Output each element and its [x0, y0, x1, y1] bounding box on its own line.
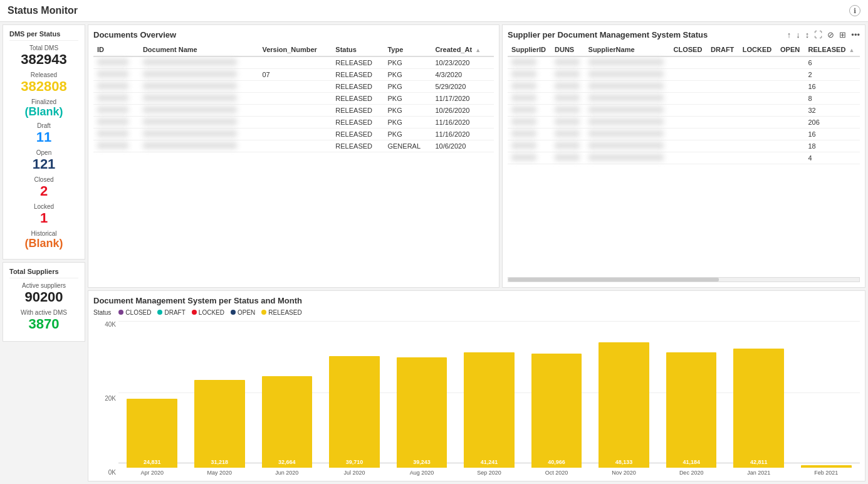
x-axis-label: Feb 2021: [814, 470, 838, 476]
cell-draft: [707, 69, 739, 81]
cell-suppliername: [585, 93, 670, 105]
bar: 32,664: [262, 376, 313, 468]
cell-status: RELEASED: [332, 129, 384, 140]
col-created[interactable]: Created_At ▲: [431, 43, 494, 56]
stat-item: Historical (Blank): [9, 230, 78, 250]
top-row: Documents Overview ID Document Name Vers…: [88, 24, 865, 288]
expand-icon[interactable]: ⛶: [814, 30, 822, 39]
cell-released: 18: [804, 140, 860, 152]
cell-version: [258, 56, 332, 69]
horizontal-scrollbar[interactable]: [508, 277, 860, 282]
legend-items: CLOSEDDRAFTLOCKEDOPENRELEASED: [118, 309, 308, 316]
col-draft[interactable]: DRAFT: [707, 43, 739, 56]
col-duns[interactable]: DUNS: [551, 43, 585, 56]
bar-group[interactable]: 41,184Dec 2020: [657, 352, 725, 476]
cell-status: RELEASED: [332, 105, 384, 117]
legend-dot: [118, 310, 123, 315]
docs-table-header-row: ID Document Name Version_Number Status T…: [93, 43, 494, 56]
bar: 41,184: [666, 352, 717, 468]
bar: 24,831: [127, 399, 177, 468]
legend-dot: [157, 310, 162, 315]
sort-asc-icon[interactable]: ↑: [787, 30, 792, 39]
bar-value-label: 31,218: [211, 459, 229, 465]
col-released[interactable]: RELEASED ▲: [804, 43, 860, 56]
col-status[interactable]: Status: [332, 43, 384, 56]
grid-icon[interactable]: ⊞: [839, 30, 846, 39]
bar-group[interactable]: 31,218May 2020: [186, 380, 254, 476]
active-suppliers-item: Active suppliers 90200: [9, 282, 78, 305]
table-row: 8: [508, 93, 860, 105]
cell-draft: [707, 93, 739, 105]
x-axis-label: Oct 2020: [545, 470, 568, 476]
stat-item: Open 121: [9, 149, 78, 172]
filter-icon[interactable]: ⊘: [827, 30, 834, 39]
cell-draft: [707, 81, 739, 93]
legend-label: DRAFT: [164, 309, 185, 316]
cell-draft: [707, 152, 739, 164]
more-icon[interactable]: •••: [851, 30, 860, 39]
chart-legend: Status CLOSEDDRAFTLOCKEDOPENRELEASED: [93, 309, 860, 316]
stat-label: Draft: [9, 122, 78, 129]
stat-value: 382943: [9, 51, 78, 68]
dms-items: Total DMS 382943 Released 382808 Finaliz…: [9, 45, 78, 250]
dms-status-title: DMS per Status: [9, 30, 78, 41]
bar-value-label: 41,184: [682, 459, 700, 465]
x-axis-label: Jun 2020: [275, 470, 298, 476]
header: Status Monitor ℹ: [0, 0, 868, 22]
cell-released: 4: [804, 152, 860, 164]
cell-sid: [508, 69, 551, 81]
sort-both-icon[interactable]: ↕: [805, 30, 810, 39]
table-row: 07 RELEASED PKG 4/3/2020: [93, 69, 494, 81]
supplier-table-wrapper[interactable]: SupplierID DUNS SupplierName CLOSED DRAF…: [508, 43, 860, 277]
bar: 48,133: [599, 342, 649, 468]
cell-docname: [139, 129, 259, 140]
cell-id: [93, 117, 139, 129]
y-axis: 40K 20K 0K: [93, 321, 118, 476]
col-closed[interactable]: CLOSED: [670, 43, 708, 56]
cell-closed: [670, 140, 708, 152]
cell-id: [93, 93, 139, 105]
bar-group[interactable]: 39,243Aug 2020: [388, 357, 456, 476]
col-locked[interactable]: LOCKED: [739, 43, 776, 56]
x-axis-label: Jan 2021: [747, 470, 770, 476]
cell-duns: [551, 152, 585, 164]
bar-group[interactable]: 39,710Jul 2020: [321, 356, 389, 476]
cell-released: 206: [804, 117, 860, 129]
bar-group[interactable]: 40,966Oct 2020: [523, 354, 590, 476]
col-type[interactable]: Type: [384, 43, 431, 56]
x-axis-label: Nov 2020: [612, 470, 636, 476]
cell-duns: [551, 117, 585, 129]
col-open[interactable]: OPEN: [776, 43, 804, 56]
cell-duns: [551, 93, 585, 105]
stat-item: Draft 11: [9, 122, 78, 145]
bar-value-label: 24,831: [144, 459, 161, 465]
cell-suppliername: [585, 81, 670, 93]
bar-group[interactable]: 41,241Sep 2020: [456, 352, 523, 476]
col-suppliername[interactable]: SupplierName: [585, 43, 670, 56]
bar-group[interactable]: Feb 2021: [792, 465, 860, 476]
cell-draft: [707, 140, 739, 152]
sort-desc-icon[interactable]: ↓: [796, 30, 800, 39]
stat-value: (Blank): [9, 237, 78, 250]
cell-locked: [739, 81, 776, 93]
bar-group[interactable]: 24,831Apr 2020: [118, 399, 186, 476]
col-id[interactable]: ID: [93, 43, 139, 56]
info-icon[interactable]: ℹ: [849, 5, 860, 16]
docs-table-wrapper[interactable]: ID Document Name Version_Number Status T…: [93, 43, 494, 282]
bar: 40,966: [531, 354, 582, 468]
cell-closed: [670, 129, 708, 140]
stat-value: 2: [9, 183, 78, 199]
col-supplierid[interactable]: SupplierID: [508, 43, 551, 56]
stat-label: Total DMS: [9, 45, 78, 51]
scroll-thumb[interactable]: [508, 278, 719, 281]
cell-released: 8: [804, 93, 860, 105]
bar-group[interactable]: 32,664Jun 2020: [253, 376, 321, 476]
bar-value-label: 40,966: [548, 459, 565, 465]
col-docname[interactable]: Document Name: [139, 43, 259, 56]
bar-group[interactable]: 48,133Nov 2020: [590, 342, 658, 476]
cell-sid: [508, 117, 551, 129]
col-version[interactable]: Version_Number: [258, 43, 332, 56]
bar-group[interactable]: 42,811Jan 2021: [725, 349, 793, 476]
legend-status-label: Status: [93, 309, 111, 316]
cell-version: [258, 129, 332, 140]
